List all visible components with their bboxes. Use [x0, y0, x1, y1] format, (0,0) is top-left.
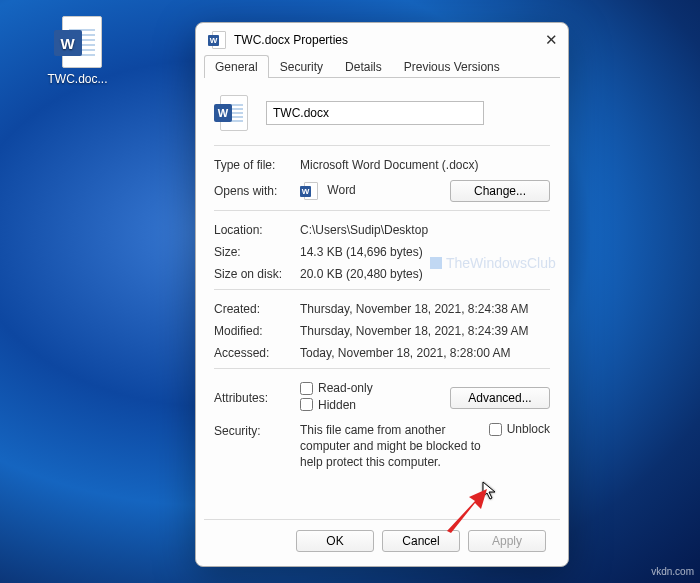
accessed-value: Today, November 18, 2021, 8:28:00 AM — [300, 346, 550, 360]
dialog-footer: OK Cancel Apply — [204, 519, 560, 566]
tab-content: W Type of file: Microsoft Word Document … — [196, 79, 568, 519]
created-label: Created: — [214, 302, 300, 316]
word-icon: W — [208, 31, 226, 49]
advanced-button[interactable]: Advanced... — [450, 387, 550, 409]
size-label: Size: — [214, 245, 300, 259]
desktop-file-icon[interactable]: W TWC.doc... — [35, 16, 120, 86]
modified-value: Thursday, November 18, 2021, 8:24:39 AM — [300, 324, 550, 338]
cursor-icon — [482, 481, 498, 501]
word-icon: W — [300, 182, 318, 200]
change-button[interactable]: Change... — [450, 180, 550, 202]
tab-general[interactable]: General — [204, 55, 269, 78]
word-icon: W — [54, 16, 102, 68]
window-title: TWC.docx Properties — [234, 33, 528, 47]
close-button[interactable]: ✕ — [528, 31, 558, 49]
cancel-button[interactable]: Cancel — [382, 530, 460, 552]
size-on-disk-value: 20.0 KB (20,480 bytes) — [300, 267, 550, 281]
ok-button[interactable]: OK — [296, 530, 374, 552]
accessed-label: Accessed: — [214, 346, 300, 360]
tab-strip: General Security Details Previous Versio… — [196, 55, 568, 78]
apply-button[interactable]: Apply — [468, 530, 546, 552]
tab-previous-versions[interactable]: Previous Versions — [393, 55, 511, 78]
location-label: Location: — [214, 223, 300, 237]
type-value: Microsoft Word Document (.docx) — [300, 158, 550, 172]
credit-text: vkdn.com — [651, 566, 694, 577]
word-icon: W — [214, 95, 248, 131]
size-on-disk-label: Size on disk: — [214, 267, 300, 281]
properties-dialog: W TWC.docx Properties ✕ General Security… — [195, 22, 569, 567]
tab-security[interactable]: Security — [269, 55, 334, 78]
opens-with-label: Opens with: — [214, 184, 300, 198]
type-label: Type of file: — [214, 158, 300, 172]
security-label: Security: — [214, 422, 300, 471]
modified-label: Modified: — [214, 324, 300, 338]
attributes-label: Attributes: — [214, 391, 300, 405]
location-value: C:\Users\Sudip\Desktop — [300, 223, 550, 237]
size-value: 14.3 KB (14,696 bytes) — [300, 245, 550, 259]
titlebar: W TWC.docx Properties ✕ — [196, 23, 568, 55]
readonly-checkbox[interactable]: Read-only — [300, 381, 373, 395]
filename-input[interactable] — [266, 101, 484, 125]
hidden-checkbox[interactable]: Hidden — [300, 398, 356, 412]
tab-details[interactable]: Details — [334, 55, 393, 78]
created-value: Thursday, November 18, 2021, 8:24:38 AM — [300, 302, 550, 316]
security-text: This file came from another computer and… — [300, 422, 489, 471]
unblock-checkbox[interactable]: Unblock — [489, 422, 550, 436]
opens-with-value: W Word — [300, 182, 450, 200]
desktop-file-label: TWC.doc... — [35, 72, 120, 86]
